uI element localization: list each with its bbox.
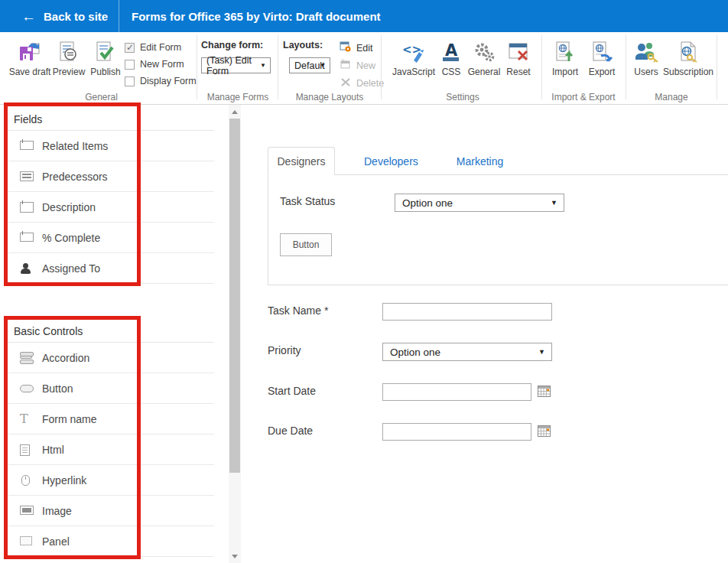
start-date-label: Start Date <box>268 385 316 397</box>
export-button[interactable]: Export <box>583 32 620 77</box>
ribbon-separator <box>717 35 717 99</box>
toolbox-item-assigned-to[interactable]: Assigned To <box>6 253 214 284</box>
css-button[interactable]: A CSS <box>437 32 466 77</box>
group-label-manage: Manage <box>629 92 714 103</box>
svg-text:A: A <box>445 41 458 60</box>
toolbox-item-panel[interactable]: Panel <box>6 526 214 557</box>
export-icon <box>590 40 614 64</box>
textbox-icon <box>20 233 34 242</box>
ribbon-separator <box>541 35 542 99</box>
back-arrow-icon: ← <box>21 9 36 24</box>
ribbon-separator <box>278 35 278 99</box>
toolbox-item-button[interactable]: Button <box>6 373 214 404</box>
forms-designer-window: ← Back to site Forms for Office 365 by V… <box>0 0 728 563</box>
toolbox-item-related-items[interactable]: Related Items <box>6 131 214 161</box>
publish-icon <box>93 40 118 64</box>
general-settings-button[interactable]: General <box>466 32 502 77</box>
import-icon <box>553 40 577 64</box>
ribbon-group-manage: Users Subscription <box>629 32 714 104</box>
change-form-dropdown[interactable]: (Task) Edit Form ▼ <box>201 57 271 73</box>
scroll-down-button[interactable] <box>229 550 241 562</box>
layouts-dropdown[interactable]: Default ▼ <box>289 57 330 73</box>
layout-delete-button[interactable]: Delete <box>340 76 384 91</box>
layout-new-label: New <box>356 60 375 71</box>
scrollbar-thumb[interactable] <box>229 119 240 473</box>
users-label: Users <box>634 67 658 77</box>
reset-label: Reset <box>506 67 530 77</box>
publish-button[interactable]: Publish <box>87 32 124 77</box>
css-label: CSS <box>442 67 461 77</box>
scroll-up-button[interactable] <box>229 106 241 118</box>
tab-bar: Designers Developers Marketing <box>268 147 728 175</box>
task-name-input[interactable] <box>382 303 552 321</box>
toolbox-item-percent-complete[interactable]: % Complete <box>6 223 214 253</box>
change-form-label: Change form: <box>201 40 263 50</box>
toolbox-item-image[interactable]: Image <box>6 496 214 526</box>
group-label-settings: Settings <box>386 92 539 103</box>
triangle-down-icon <box>232 555 238 558</box>
layout-edit-button[interactable]: Edit <box>340 41 373 56</box>
save-draft-button[interactable]: Save draft <box>9 32 50 77</box>
toolbox-item-form-name[interactable]: T Form name <box>6 404 214 434</box>
reset-icon <box>506 40 531 64</box>
toolbox-item-hyperlink[interactable]: Hyperlink <box>6 465 214 496</box>
change-form-dropdown-value: (Task) Edit Form <box>206 55 258 76</box>
javascript-button[interactable]: <> JavaScript <box>391 32 437 77</box>
chevron-down-icon: ▼ <box>551 199 557 207</box>
layout-edit-icon <box>340 41 352 56</box>
preview-button[interactable]: Preview <box>50 32 87 77</box>
back-to-site-link[interactable]: ← Back to site <box>0 0 119 32</box>
text-T-icon: T <box>20 414 28 425</box>
canvas-button-control[interactable]: Button <box>280 233 332 256</box>
task-status-dropdown[interactable]: Option one ▼ <box>395 194 564 212</box>
triangle-up-icon <box>232 110 238 114</box>
edit-form-checkbox-box <box>125 43 135 53</box>
priority-dropdown[interactable]: Option one ▼ <box>382 343 552 361</box>
subscription-button[interactable]: Subscription <box>662 32 714 77</box>
mouse-icon <box>21 475 30 486</box>
start-date-input[interactable] <box>382 383 531 401</box>
general-settings-label: General <box>468 67 501 77</box>
tab-marketing[interactable]: Marketing <box>438 147 522 175</box>
chevron-down-icon: ▼ <box>260 62 266 69</box>
css-icon: A <box>439 40 463 64</box>
toolbox-item-predecessors[interactable]: Predecessors <box>6 161 214 192</box>
toolbox-item-description[interactable]: Description <box>6 192 214 223</box>
accordion-icon <box>20 356 32 359</box>
users-button[interactable]: Users <box>630 32 662 77</box>
subscription-icon <box>676 40 700 64</box>
task-name-label: Task Name * <box>268 304 328 317</box>
new-form-checkbox[interactable]: New Form <box>125 59 184 70</box>
task-status-value: Option one <box>402 197 453 209</box>
layout-new-button[interactable]: New <box>340 58 375 73</box>
start-date-calendar-icon[interactable] <box>538 386 551 397</box>
due-date-input[interactable] <box>382 423 531 441</box>
toolbox-sidebar: Fields Related Items Predecessors Descri… <box>0 105 229 563</box>
display-form-checkbox[interactable]: Display Form <box>125 76 197 86</box>
tab-designers[interactable]: Designers <box>268 147 335 175</box>
group-label-import-export: Import & Export <box>544 92 622 103</box>
toolbox-item-accordion[interactable]: Accordion <box>6 343 214 373</box>
sidebar-scrollbar <box>229 105 241 563</box>
topbar-divider <box>119 0 119 32</box>
suite-bar: ← Back to site Forms for Office 365 by V… <box>0 0 728 32</box>
edit-form-checkbox[interactable]: Edit Form <box>125 42 181 53</box>
html-doc-icon <box>20 444 30 456</box>
image-icon <box>20 506 34 515</box>
javascript-icon: <> <box>401 40 426 64</box>
ribbon-group-import-export: Import Export <box>544 32 622 104</box>
layout-delete-label: Delete <box>356 78 384 89</box>
toolbox-item-html[interactable]: Html <box>6 434 214 465</box>
ribbon-group-manage-forms: Change form: (Task) Edit Form ▼ Manage F… <box>200 32 275 104</box>
users-icon <box>634 40 658 64</box>
ribbon-group-settings: <> JavaScript A CSS <box>386 32 539 104</box>
due-date-calendar-icon[interactable] <box>538 425 551 437</box>
new-form-checkbox-box <box>125 60 135 70</box>
textarea-icon <box>20 202 34 213</box>
new-form-checkbox-label: New Form <box>140 59 184 70</box>
tab-developers[interactable]: Developers <box>346 147 437 175</box>
import-button[interactable]: Import <box>547 32 583 77</box>
save-draft-label: Save draft <box>9 67 51 77</box>
reset-button[interactable]: Reset <box>502 32 535 77</box>
layout-edit-label: Edit <box>356 43 373 54</box>
